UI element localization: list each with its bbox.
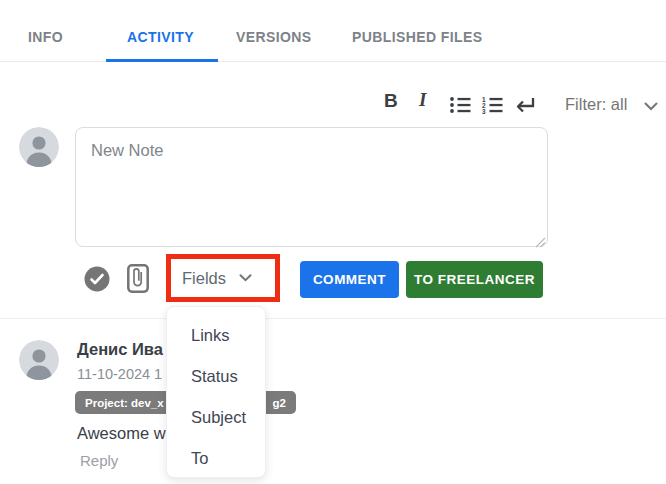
comment-text: Awesome w (77, 424, 166, 443)
reply-link[interactable]: Reply (80, 452, 118, 469)
active-tab-indicator (106, 59, 218, 62)
menu-item-subject[interactable]: Subject (167, 397, 265, 438)
bullet-list-icon[interactable] (450, 96, 471, 118)
tab-activity[interactable]: ACTIVITY (127, 29, 194, 45)
fields-label: Fields (182, 269, 226, 288)
project-badge-text-left: Project: dev_x (85, 397, 164, 409)
resize-handle[interactable] (535, 234, 546, 252)
check-circle-icon[interactable] (84, 266, 110, 296)
chevron-down-icon (644, 102, 658, 111)
tab-info[interactable]: INFO (28, 29, 63, 45)
tab-versions[interactable]: VERSIONS (236, 29, 312, 45)
fields-dropdown-trigger[interactable]: Fields (166, 254, 280, 302)
fields-dropdown-menu: Links Status Subject To (166, 306, 266, 478)
attach-file-icon[interactable] (127, 264, 149, 297)
filter-dropdown[interactable]: Filter: all (565, 95, 627, 114)
bold-icon[interactable]: B (384, 90, 398, 112)
tab-bar: INFO ACTIVITY VERSIONS PUBLISHED FILES (0, 0, 666, 62)
to-freelancer-button[interactable]: TO FREELANCER (406, 261, 543, 298)
project-badge-text-right: g2 (273, 397, 286, 409)
menu-item-status[interactable]: Status (167, 356, 265, 397)
numbered-list-icon[interactable]: 1 2 3 (482, 96, 503, 118)
menu-item-to[interactable]: To (167, 438, 265, 479)
comment-button[interactable]: COMMENT (300, 261, 399, 298)
section-divider (0, 318, 666, 319)
tab-published-files[interactable]: PUBLISHED FILES (352, 29, 482, 45)
line-break-icon[interactable] (511, 95, 536, 118)
menu-item-links[interactable]: Links (167, 315, 265, 356)
chevron-down-icon (239, 274, 252, 282)
activity-panel: INFO ACTIVITY VERSIONS PUBLISHED FILES B… (0, 0, 666, 484)
new-note-input[interactable] (75, 127, 548, 247)
filter-label: Filter: all (565, 95, 627, 113)
comment-timestamp: 11-10-2024 1 (77, 366, 162, 382)
avatar (19, 340, 59, 380)
svg-text:3: 3 (482, 108, 486, 114)
comment-author: Денис Ива (77, 340, 163, 359)
avatar (19, 127, 59, 167)
italic-icon[interactable]: I (419, 89, 426, 111)
